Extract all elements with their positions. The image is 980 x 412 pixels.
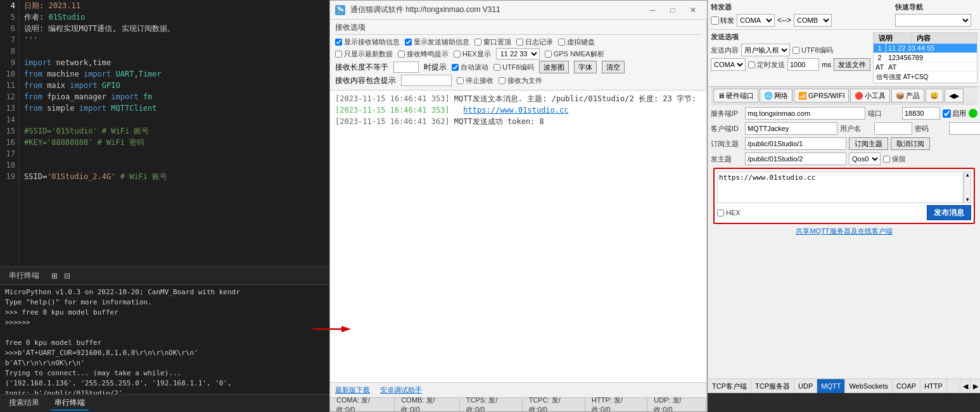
cb-hex-display-input[interactable] xyxy=(454,51,461,58)
cb-hex-publish-input[interactable] xyxy=(717,209,724,216)
cb-timer-send-input[interactable] xyxy=(748,61,755,68)
recv-link[interactable]: https://www.01studio.cc xyxy=(463,106,568,115)
cb-recv-as-file-input[interactable] xyxy=(499,77,506,84)
cb-repeater[interactable]: 转发 xyxy=(711,16,734,25)
server-ip-input[interactable] xyxy=(745,107,865,120)
send-file-button[interactable]: 发送文件 xyxy=(834,58,870,71)
tab-serial-terminal-bottom[interactable]: 串行终端 xyxy=(51,396,89,411)
password-input[interactable] xyxy=(949,122,980,135)
cb-log[interactable]: 日志记录 xyxy=(516,37,553,47)
code-content[interactable]: 日期: 2023.11 作者: 01Studio 说明: 编程实现MQTT通信,… xyxy=(19,0,329,266)
hex-value-select[interactable]: 11 22 33 xyxy=(496,48,540,59)
tab-nav[interactable]: ◀▶ xyxy=(945,89,964,103)
subscribe-button[interactable]: 订阅主题 xyxy=(849,137,888,150)
android-helper-link[interactable]: 安卓调试助手 xyxy=(380,385,422,395)
cb-window-top-input[interactable] xyxy=(474,39,481,46)
cb-latest-data-input[interactable] xyxy=(335,51,342,58)
tab-search-results[interactable]: 搜索结果 xyxy=(5,396,43,411)
cb-beep-input[interactable] xyxy=(398,51,405,58)
cb-hex-display[interactable]: HEX显示 xyxy=(454,49,491,59)
tab-emoji[interactable]: 😀 xyxy=(926,89,943,103)
cb-show-send-info-input[interactable] xyxy=(405,39,412,46)
cb-utf8[interactable]: UTF8编码 xyxy=(493,63,534,72)
cb-auto-scroll[interactable]: 自动滚动 xyxy=(452,63,488,72)
cb-recv-as-file[interactable]: 接收为文件 xyxy=(499,76,542,85)
proto-http[interactable]: HTTP xyxy=(920,379,947,393)
share-mqtt-link[interactable]: 共享MQTT服务器及在线客户端 xyxy=(794,226,893,236)
cb-utf8-send[interactable]: UTF8编码 xyxy=(792,46,833,55)
cb-retain[interactable]: 保留 xyxy=(883,154,906,164)
send-list-item-1[interactable]: 1 11 22 33 44 55 xyxy=(874,44,977,53)
proto-websockets[interactable]: WebSockets xyxy=(845,379,893,393)
cb-utf8-send-input[interactable] xyxy=(792,47,799,54)
repeater-to-select[interactable]: COMB xyxy=(794,14,832,27)
send-content-select[interactable]: 用户输入框 xyxy=(741,44,790,56)
proto-prev-button[interactable]: ◀ xyxy=(960,379,970,393)
download-link[interactable]: 最新版下载 xyxy=(335,385,370,395)
cb-virtual-keyboard-input[interactable] xyxy=(558,39,565,46)
quick-nav-select[interactable] xyxy=(895,14,971,27)
proto-coap[interactable]: COAP xyxy=(893,379,920,393)
proto-tcp-client[interactable]: TCP客户端 xyxy=(708,379,751,393)
minimize-button[interactable]: ─ xyxy=(644,4,661,16)
waveform-button[interactable]: 波形图 xyxy=(539,61,569,73)
cb-stop-recv[interactable]: 停止接收 xyxy=(457,76,493,85)
qos-select[interactable]: Qos0 Qos1 Qos2 xyxy=(849,153,881,165)
terminal-icon-2[interactable]: ⊟ xyxy=(62,271,72,281)
cb-hex-publish[interactable]: HEX xyxy=(717,209,741,216)
publish-content-textarea[interactable]: https://www.01studio.cc xyxy=(717,172,964,203)
send-list-item-at[interactable]: AT AT xyxy=(874,63,977,72)
tab-hardware-port[interactable]: 🖥 硬件端口 xyxy=(713,89,758,103)
proto-udp[interactable]: UDP xyxy=(794,379,817,393)
cb-utf8-input[interactable] xyxy=(493,64,500,71)
recv-length-input[interactable] xyxy=(393,61,419,73)
cb-gps[interactable]: GPS NMEA解析 xyxy=(545,49,604,59)
send-list-item-signal[interactable]: 信号强度 AT+CSQ xyxy=(874,72,977,83)
close-button[interactable]: ✕ xyxy=(684,4,702,16)
cb-log-input[interactable] xyxy=(516,39,523,46)
cb-beep[interactable]: 接收蜂鸣提示 xyxy=(398,49,449,59)
cb-show-recv-info[interactable]: 显示接收辅助信息 xyxy=(335,37,400,47)
cb-show-send-info[interactable]: 显示发送辅助信息 xyxy=(405,37,469,47)
clear-button[interactable]: 清空 xyxy=(602,61,625,73)
cb-timer-send[interactable]: 定时发送 xyxy=(748,60,785,70)
tab-serial-terminal[interactable]: 串行终端 xyxy=(5,269,43,282)
cb-show-recv-info-input[interactable] xyxy=(335,39,342,46)
tab-tools[interactable]: 🔴 小工具 xyxy=(850,89,890,103)
tab-gprs-wifi[interactable]: 📶 GPRS/WIFI xyxy=(794,89,849,103)
cb-enable[interactable]: 启用 xyxy=(943,109,966,118)
tab-product[interactable]: 📦 产品 xyxy=(891,89,924,103)
client-id-input[interactable] xyxy=(745,122,837,135)
terminal-icon-1[interactable]: ⊞ xyxy=(49,271,60,281)
send-channel-select[interactable]: COMA xyxy=(711,58,746,71)
maximize-button[interactable]: □ xyxy=(664,4,682,16)
cb-enable-input[interactable] xyxy=(943,109,951,118)
recv-message-area[interactable]: [2023-11-15 16:46:41 353] MQTT发送文本消息. 主题… xyxy=(330,91,706,382)
subscribe-topic-input[interactable] xyxy=(745,137,846,150)
proto-mqtt[interactable]: MQTT xyxy=(817,379,845,393)
cb-gps-input[interactable] xyxy=(545,51,552,58)
repeater-from-select[interactable]: COMA xyxy=(737,14,775,27)
scroll-up-icon[interactable]: ▲ xyxy=(964,172,970,178)
cb-repeater-input[interactable] xyxy=(711,16,719,25)
cb-stop-recv-input[interactable] xyxy=(457,77,464,84)
unsubscribe-button[interactable]: 取消订阅 xyxy=(891,137,930,150)
cb-virtual-keyboard[interactable]: 虚拟键盘 xyxy=(558,37,595,47)
username-input[interactable] xyxy=(874,122,912,135)
cb-retain-input[interactable] xyxy=(883,156,890,163)
cb-auto-scroll-input[interactable] xyxy=(452,64,459,71)
send-list-item-2[interactable]: 2 123456789 xyxy=(874,53,977,63)
timer-value-input[interactable] xyxy=(787,58,819,71)
publish-topic-input[interactable] xyxy=(745,153,846,165)
cb-latest-data[interactable]: 只显示最新数据 xyxy=(335,49,393,59)
scroll-down-icon[interactable]: ▼ xyxy=(964,197,970,203)
terminal-content[interactable]: MicroPython v1.0.3 on 2022-10-20; CanMV_… xyxy=(0,285,329,394)
recv-content-input[interactable] xyxy=(401,75,452,86)
proto-next-button[interactable]: ▶ xyxy=(970,379,980,393)
proto-tcp-server[interactable]: TCP服务器 xyxy=(751,379,794,393)
publish-button[interactable]: 发布消息 xyxy=(927,205,971,220)
font-button[interactable]: 字体 xyxy=(574,61,597,73)
cb-window-top[interactable]: 窗口置顶 xyxy=(474,37,511,47)
tab-network[interactable]: 🌐 网络 xyxy=(760,89,792,103)
port-input[interactable] xyxy=(902,107,940,120)
